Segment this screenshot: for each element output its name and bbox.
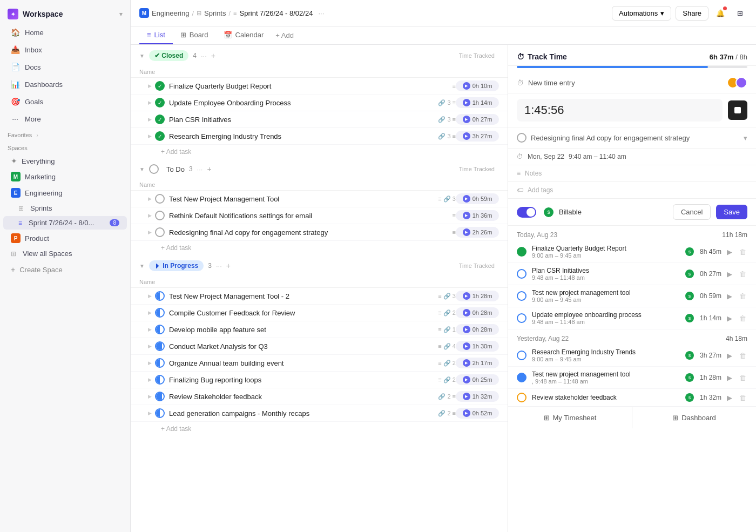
entry-play-btn[interactable]: ▶ — [725, 247, 734, 257]
workspace-header[interactable]: ✦ Workspace ▾ — [0, 4, 130, 24]
nav-more[interactable]: ··· More — [3, 111, 127, 127]
tt-task-select[interactable]: Redesigning final Ad copy for engagement… — [508, 127, 756, 149]
task-row[interactable]: ▶ Conduct Market Analysis for Q3 ≡ 🔗 4 ▶… — [131, 338, 508, 355]
group-inprogress-menu[interactable]: ··· — [216, 262, 222, 270]
breadcrumb-sprints[interactable]: Sprints — [204, 9, 226, 17]
nav-dashboards[interactable]: 📊 Dashboards — [3, 76, 127, 92]
task-row[interactable]: ▶ Review Stakeholder feedback 🔗 2 ≡ ▶ 1h… — [131, 388, 508, 405]
nav-goals[interactable]: 🎯 Goals — [3, 93, 127, 110]
time-badge: ▶ 1h 36m — [456, 210, 499, 221]
nav-docs[interactable]: 📄 Docs — [3, 59, 127, 75]
entry-delete-btn[interactable]: 🗑 — [738, 247, 747, 257]
group-closed-menu[interactable]: ··· — [201, 52, 207, 60]
entry-play-btn[interactable]: ▶ — [725, 313, 734, 323]
track-time-panel: ⏱ Track Time 6h 37m / 8h ⏱ New time entr… — [508, 45, 756, 532]
nav-inbox[interactable]: 📥 Inbox — [3, 42, 127, 58]
nav-home[interactable]: 🏠 Home — [3, 24, 127, 41]
tt-total-used: 6h 37m — [710, 53, 734, 61]
nav-home-label: Home — [25, 29, 44, 37]
sidebar-item-sprint-current[interactable]: ≡ Sprint 7/26/24 - 8/0... 8 — [3, 216, 127, 230]
topbar-more-btn[interactable]: ··· — [318, 9, 324, 17]
add-task-inprogress[interactable]: + Add task — [131, 422, 508, 436]
status-icon-inprogress — [155, 408, 165, 418]
entry-play-btn[interactable]: ▶ — [725, 351, 734, 360]
group-inprogress-header[interactable]: ▼ ⏵ In Progress 3 ··· + Time Tracked — [131, 255, 508, 277]
sidebar-item-sprints[interactable]: ⊞ Sprints — [3, 201, 127, 215]
goals-icon: 🎯 — [11, 97, 19, 106]
expand-icon: ▶ — [148, 100, 152, 105]
share-button[interactable]: Share — [676, 6, 708, 21]
task-row[interactable]: ▶ Finalizing Bug reporting loops ≡ 🔗 2 ▶… — [131, 372, 508, 388]
dashboard-button[interactable]: ⊞ Dashboard — [632, 407, 756, 428]
group-todo-menu[interactable]: ··· — [197, 165, 203, 173]
entry-delete-btn[interactable]: 🗑 — [738, 373, 747, 382]
sidebar-item-view-spaces[interactable]: ⊞ View all Spaces — [3, 247, 127, 260]
entry-delete-btn[interactable]: 🗑 — [738, 291, 747, 301]
tags-icon: 🏷 — [517, 186, 523, 194]
task-row[interactable]: ▶ ✓ Update Employee Onboarding Process 🔗… — [131, 95, 508, 111]
task-row[interactable]: ▶ Organize Annual team building event ≡ … — [131, 355, 508, 372]
task-meta: ≡ 🔗 2 — [438, 309, 456, 316]
task-row[interactable]: ▶ Rethink Default Notifications settings… — [131, 207, 508, 224]
entry-delete-btn[interactable]: 🗑 — [738, 269, 747, 279]
task-row[interactable]: ▶ ✓ Research Emerging Industry Trends 🔗 … — [131, 128, 508, 145]
marketing-avatar: M — [11, 172, 21, 181]
task-row[interactable]: ▶ Lead generation campaigns - Monthly re… — [131, 405, 508, 422]
entry-time: 9:00 am – 9:45 am — [532, 356, 685, 362]
task-row[interactable]: ▶ ✓ Plan CSR Initiatives 🔗 3 ≡ ▶ 0h 27m — [131, 111, 508, 128]
cancel-button[interactable]: Cancel — [673, 204, 711, 220]
group-todo-toggle[interactable]: ▼ — [139, 166, 145, 172]
entry-play-btn[interactable]: ▶ — [725, 393, 734, 402]
entry-play-btn[interactable]: ▶ — [725, 291, 734, 301]
automations-button[interactable]: Automations ▾ — [612, 6, 671, 21]
task-row[interactable]: ▶ Compile Customer Feedback for Review ≡… — [131, 305, 508, 321]
save-button[interactable]: Save — [716, 205, 747, 219]
favorites-label: Favorites › — [0, 127, 130, 140]
entry-delete-btn[interactable]: 🗑 — [738, 393, 747, 402]
tab-board[interactable]: ⊞ Board — [173, 26, 216, 44]
add-task-todo[interactable]: + Add task — [131, 241, 508, 255]
tt-tags-row[interactable]: 🏷 Add tags — [508, 182, 756, 199]
sidebar-item-marketing[interactable]: M Marketing — [3, 169, 127, 184]
sidebar-item-product[interactable]: P Product — [3, 231, 127, 246]
breadcrumb-engineering[interactable]: Engineering — [152, 9, 189, 17]
create-space-btn[interactable]: + Create Space — [3, 262, 127, 277]
entry-play-btn[interactable]: ▶ — [725, 373, 734, 382]
group-inprogress-toggle[interactable]: ▼ — [139, 263, 145, 269]
tab-calendar[interactable]: 📅 Calendar — [216, 26, 272, 44]
workspace-logo: ✦ — [8, 9, 18, 19]
sidebar-item-engineering[interactable]: E Engineering — [3, 185, 127, 200]
product-label: Product — [25, 234, 49, 243]
group-todo-header[interactable]: ▼ To Do 3 ··· + Time Tracked — [131, 159, 508, 179]
task-meta: ≡ 🔗 3 — [438, 293, 456, 300]
time-value: 2h 26m — [473, 229, 492, 235]
task-row[interactable]: ▶ Test New Project Management Tool ≡ 🔗 3… — [131, 191, 508, 207]
tab-calendar-label: Calendar — [235, 31, 264, 39]
task-row[interactable]: ▶ Redesigning final Ad copy for engageme… — [131, 224, 508, 241]
my-timesheet-button[interactable]: ⊞ My Timesheet — [508, 407, 632, 428]
tab-list[interactable]: ≡ List — [139, 26, 173, 44]
tt-stop-button[interactable] — [728, 100, 747, 120]
timesheet-label: My Timesheet — [553, 414, 597, 422]
tab-add[interactable]: + Add — [271, 27, 298, 44]
group-closed-toggle[interactable]: ▼ — [139, 53, 145, 59]
entry-play-btn[interactable]: ▶ — [725, 269, 734, 279]
layout-toggle[interactable]: ⊞ — [732, 5, 747, 21]
task-row[interactable]: ▶ Test New Project Management Tool - 2 ≡… — [131, 288, 508, 305]
group-inprogress-add[interactable]: + — [226, 261, 231, 270]
group-todo-add[interactable]: + — [207, 165, 211, 173]
group-closed-header[interactable]: ▼ ✔ Closed 4 ··· + Time Tracked — [131, 45, 508, 66]
task-row[interactable]: ▶ ✓ Finalize Quarterly Budget Report ≡ ▶… — [131, 78, 508, 95]
task-row[interactable]: ▶ Develop mobile app feature set ≡ 🔗 1 ▶… — [131, 321, 508, 338]
notifications-button[interactable]: 🔔 — [713, 5, 728, 21]
tt-notes-row[interactable]: ≡ Notes — [508, 165, 756, 182]
entry-delete-btn[interactable]: 🗑 — [738, 313, 747, 323]
billable-toggle[interactable] — [517, 207, 536, 218]
sidebar-item-everything[interactable]: ✦ Everything — [3, 154, 127, 168]
add-task-closed[interactable]: + Add task — [131, 145, 508, 159]
entry-name: Plan CSR Initiatives — [532, 267, 685, 274]
entry-delete-btn[interactable]: 🗑 — [738, 351, 747, 360]
expand-icon: ▶ — [148, 230, 152, 235]
group-closed-add[interactable]: + — [211, 51, 215, 60]
breadcrumb-sprint-icon: ≡ — [233, 10, 237, 16]
